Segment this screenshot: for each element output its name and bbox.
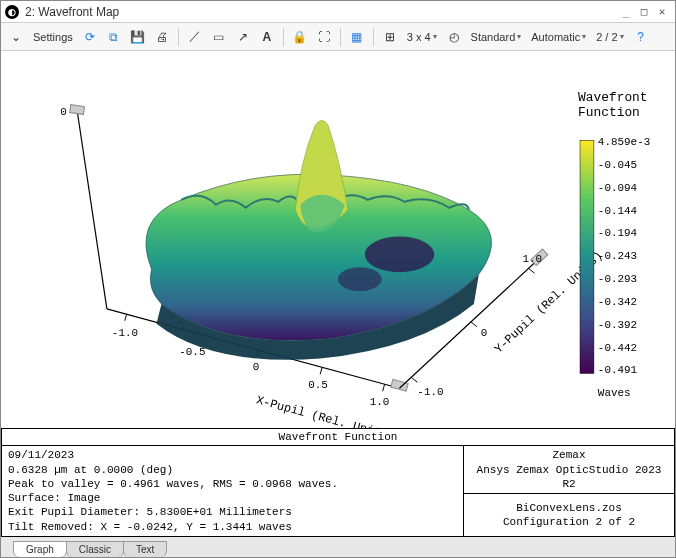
svg-line-12	[383, 384, 385, 391]
window-index: 2	[25, 5, 32, 19]
svg-text:-0.243: -0.243	[598, 250, 637, 262]
legend-title-1: Wavefront	[578, 90, 648, 105]
annotate-text-icon[interactable]: A	[256, 26, 278, 48]
lock-icon[interactable]: 🔒	[289, 26, 311, 48]
help-icon[interactable]: ?	[630, 26, 652, 48]
svg-line-10	[320, 367, 322, 374]
window-layout-icon[interactable]: ▦	[346, 26, 368, 48]
svg-text:-1.0: -1.0	[417, 386, 443, 398]
svg-text:-0.045: -0.045	[598, 159, 637, 171]
svg-text:1.0: 1.0	[370, 396, 390, 408]
svg-text:4.859e-3: 4.859e-3	[598, 136, 650, 148]
svg-text:-0.392: -0.392	[598, 319, 637, 331]
print-icon[interactable]: 🖨	[151, 26, 173, 48]
grid-size-dropdown[interactable]: 3 x 4▾	[403, 31, 441, 43]
svg-text:0: 0	[481, 327, 488, 339]
toolbar: ⌄ Settings ⟳ ⧉ 💾 🖨 ／ ▭ ↗ A 🔒 ⛶ ▦ ⊞ 3 x 4…	[1, 23, 675, 51]
tab-classic[interactable]: Classic	[66, 541, 124, 557]
svg-text:0: 0	[253, 361, 260, 373]
annotate-line-icon[interactable]: ／	[184, 26, 206, 48]
svg-rect-1	[70, 105, 85, 115]
info-meta: Zemax Ansys Zemax OpticStudio 2023 R2 Bi…	[464, 446, 674, 536]
refresh-icon[interactable]: ⟳	[79, 26, 101, 48]
settings-dropdown-icon[interactable]: ⌄	[5, 26, 27, 48]
view-tabs: Graph Classic Text	[1, 537, 675, 557]
grid-icon[interactable]: ⊞	[379, 26, 401, 48]
separator	[373, 28, 374, 46]
app-icon: ◐	[5, 5, 19, 19]
info-details: 09/11/2023 0.6328 µm at 0.0000 (deg) Pea…	[2, 446, 464, 536]
config-dropdown[interactable]: Standard▾	[467, 31, 526, 43]
pager[interactable]: 2 / 2▾	[592, 31, 627, 43]
auto-dropdown[interactable]: Automatic▾	[527, 31, 590, 43]
product-version: Ansys Zemax OpticStudio 2023 R2	[468, 463, 670, 492]
svg-point-22	[365, 236, 434, 272]
clock-icon[interactable]: ◴	[443, 26, 465, 48]
svg-line-4	[125, 314, 127, 321]
annotate-arrow-icon[interactable]: ↗	[232, 26, 254, 48]
tab-graph[interactable]: Graph	[13, 541, 67, 557]
wavefront-surface	[146, 120, 492, 359]
svg-text:1.0: 1.0	[522, 253, 542, 265]
svg-point-23	[338, 267, 382, 291]
minimize-button[interactable]: _	[617, 5, 635, 18]
legend-title-2: Function	[578, 105, 640, 120]
svg-text:0.5: 0.5	[308, 379, 328, 391]
maximize-button[interactable]: □	[635, 5, 653, 18]
separator	[283, 28, 284, 46]
save-icon[interactable]: 💾	[127, 26, 149, 48]
vendor-name: Zemax	[468, 448, 670, 462]
separator	[178, 28, 179, 46]
svg-text:-0.342: -0.342	[598, 296, 637, 308]
svg-text:-0.194: -0.194	[598, 227, 637, 239]
z-tick-0: 0	[60, 106, 67, 118]
svg-text:-1.0: -1.0	[112, 327, 138, 339]
svg-text:-0.442: -0.442	[598, 342, 637, 354]
colorbar	[580, 140, 594, 373]
copy-icon[interactable]: ⧉	[103, 26, 125, 48]
svg-line-18	[471, 322, 477, 327]
window-title: 2: Wavefront Map	[25, 5, 617, 19]
zoom-fit-icon[interactable]: ⛶	[313, 26, 335, 48]
annotate-rect-icon[interactable]: ▭	[208, 26, 230, 48]
window-titlebar: ◐ 2: Wavefront Map _ □ ✕	[1, 1, 675, 23]
colorbar-ticks: 4.859e-3 -0.045 -0.094 -0.144 -0.194 -0.…	[598, 136, 650, 376]
svg-text:-0.491: -0.491	[598, 364, 638, 376]
window-title-text: Wavefront Map	[38, 5, 119, 19]
svg-text:-0.293: -0.293	[598, 273, 637, 285]
separator	[340, 28, 341, 46]
wavefront-3d-plot: 0 -1.0 -0.5 0 0.5 1.0 X-Pupil (Rel. Unit…	[1, 51, 675, 428]
info-panel: Wavefront Function 09/11/2023 0.6328 µm …	[1, 428, 675, 537]
svg-line-20	[528, 268, 534, 273]
svg-line-16	[411, 377, 417, 382]
plot-area[interactable]: 0 -1.0 -0.5 0 0.5 1.0 X-Pupil (Rel. Unit…	[1, 51, 675, 428]
svg-line-0	[77, 111, 107, 309]
tab-text[interactable]: Text	[123, 541, 167, 557]
configuration: Configuration 2 of 2	[468, 515, 670, 529]
svg-rect-3	[391, 379, 408, 391]
settings-button[interactable]: Settings	[29, 31, 77, 43]
svg-text:-0.144: -0.144	[598, 205, 637, 217]
close-button[interactable]: ✕	[653, 5, 671, 18]
info-header: Wavefront Function	[2, 429, 674, 446]
filename: BiConvexLens.zos	[468, 501, 670, 515]
colorbar-unit: Waves	[598, 387, 631, 399]
svg-text:-0.094: -0.094	[598, 182, 637, 194]
